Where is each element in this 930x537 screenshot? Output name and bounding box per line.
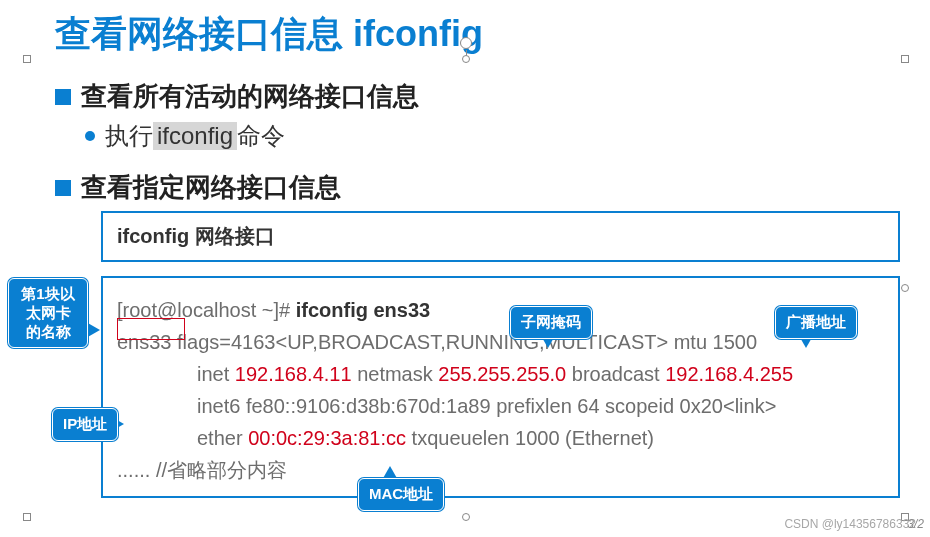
terminal-line-2: ens33 flags=4163<UP,BROADCAST,RUNNING,MU… <box>117 326 884 358</box>
sub-post: 命令 <box>237 120 285 152</box>
terminal-line-1: [root@localhost ~]# ifconfig ens33 <box>117 294 884 326</box>
page-number: 3/2 <box>907 517 924 531</box>
square-bullet-icon <box>55 89 71 105</box>
command: ifconfig ens33 <box>296 299 430 321</box>
sub-cmd: ifconfig <box>153 122 237 150</box>
section2-heading-text: 查看指定网络接口信息 <box>81 170 341 205</box>
pointer-icon <box>86 322 100 338</box>
netmask-value: 255.255.255.0 <box>438 363 566 385</box>
mac-value: 00:0c:29:3a:81:cc <box>248 427 406 449</box>
terminal-line-4: inet6 fe80::9106:d38b:670d:1a89 prefixle… <box>117 390 884 422</box>
terminal-line-3: inet 192.168.4.11 netmask 255.255.255.0 … <box>117 358 884 390</box>
slide-body: 查看所有活动的网络接口信息 执行 ifconfig 命令 查看指定网络接口信息 … <box>0 79 930 498</box>
syntax-box: ifconfig 网络接口 <box>101 211 900 262</box>
callout-subnet: 子网掩码 <box>510 306 592 339</box>
dot-bullet-icon <box>85 131 95 141</box>
section2-heading: 查看指定网络接口信息 <box>55 170 930 205</box>
section1-heading-text: 查看所有活动的网络接口信息 <box>81 79 419 114</box>
callout-ip: IP地址 <box>52 408 118 441</box>
slide-title: 查看网络接口信息 ifconfig <box>0 0 930 79</box>
sub-pre: 执行 <box>105 120 153 152</box>
prompt: [root@localhost ~]# <box>117 299 296 321</box>
callout-mac: MAC地址 <box>358 478 444 511</box>
broadcast-value: 192.168.4.255 <box>665 363 793 385</box>
callout-nic-name: 第1块以太网卡的名称 <box>8 278 88 348</box>
ip-value: 192.168.4.11 <box>235 363 352 385</box>
terminal-line-6: ...... //省略部分内容 <box>117 454 884 486</box>
section1-heading: 查看所有活动的网络接口信息 <box>55 79 930 114</box>
watermark: CSDN @ly14356786332 <box>784 517 916 531</box>
terminal-line-5: ether 00:0c:29:3a:81:cc txqueuelen 1000 … <box>117 422 884 454</box>
section1-sub: 执行 ifconfig 命令 <box>85 120 930 152</box>
callout-broadcast: 广播地址 <box>775 306 857 339</box>
square-bullet-icon <box>55 180 71 196</box>
